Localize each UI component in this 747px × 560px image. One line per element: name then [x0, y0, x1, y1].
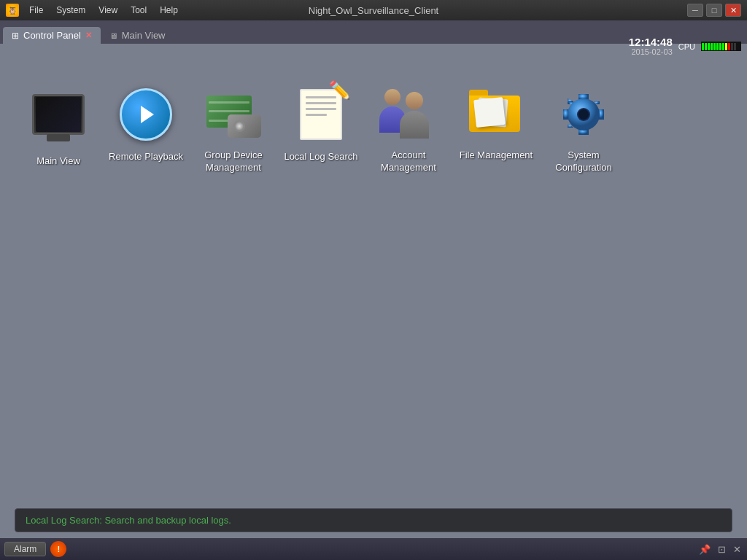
- account-management-icon-img: [379, 85, 438, 144]
- cpu-meter: [701, 42, 741, 51]
- tab-main-view[interactable]: 🖥 Main View: [101, 27, 174, 44]
- minimize-button[interactable]: ─: [687, 4, 703, 17]
- taskbar-controls: 📌 ⊡ ✕: [699, 544, 741, 555]
- clock-time: 12:14:48: [629, 36, 673, 47]
- title-bar: 🦉 File System View Tool Help Night_Owl_S…: [0, 0, 747, 20]
- file-management-label: File Management: [460, 149, 533, 162]
- taskbar: Alarm ! 📌 ⊡ ✕: [0, 538, 747, 560]
- cpu-seg-2: [705, 43, 707, 50]
- gear-svg: [558, 89, 609, 140]
- alarm-icon: !: [50, 541, 66, 557]
- remote-playback-label: Remote Playback: [109, 151, 183, 163]
- cpu-seg-9: [725, 43, 727, 50]
- file-management-icon[interactable]: File Management: [456, 78, 536, 174]
- main-view-icon[interactable]: Main View: [18, 78, 98, 174]
- taskbar-close-icon[interactable]: ✕: [733, 544, 741, 555]
- main-view-label: Main View: [36, 155, 80, 168]
- header-info: 12:14:48 2015-02-03 CPU: [629, 36, 741, 59]
- main-view-tab-icon: 🖥: [109, 31, 117, 40]
- cpu-seg-11: [731, 43, 733, 50]
- cpu-seg-12: [734, 43, 736, 50]
- account-management-icon[interactable]: Account Management: [368, 78, 449, 174]
- cpu-seg-8: [722, 43, 724, 50]
- menu-view[interactable]: View: [93, 4, 123, 17]
- cpu-seg-1: [702, 43, 704, 50]
- remote-playback-icon-img: [117, 85, 175, 144]
- pin-icon[interactable]: 📌: [699, 544, 711, 555]
- menu-tool[interactable]: Tool: [125, 4, 152, 17]
- cpu-seg-6: [716, 43, 719, 50]
- svg-point-2: [578, 109, 589, 120]
- tab-control-panel[interactable]: ⊞ Control Panel ✕: [3, 27, 101, 44]
- local-log-search-icon-img: ✏️: [292, 85, 350, 144]
- control-panel-icon: ⊞: [12, 31, 19, 41]
- system-configuration-label: System Configuration: [543, 149, 624, 174]
- close-button[interactable]: ✕: [725, 4, 741, 17]
- menu-bar: File System View Tool Help: [23, 4, 184, 17]
- cpu-seg-7: [719, 43, 721, 50]
- account-management-label: Account Management: [368, 149, 449, 174]
- system-configuration-icon-img: [554, 85, 613, 144]
- main-view-tab-label: Main View: [122, 30, 166, 41]
- file-management-icon-img: [467, 85, 525, 144]
- system-configuration-icon[interactable]: System Configuration: [543, 78, 624, 174]
- clock: 12:14:48 2015-02-03: [629, 36, 673, 56]
- tab-bar: ⊞ Control Panel ✕ 🖥 Main View 12:14:48 2…: [0, 20, 747, 44]
- cpu-label: CPU: [678, 42, 695, 51]
- local-log-search-label: Local Log Search: [284, 151, 357, 163]
- group-device-icon[interactable]: Group Device Management: [193, 78, 274, 174]
- control-panel-close[interactable]: ✕: [85, 31, 92, 40]
- status-bar: Local Log Search: Search and backup loca…: [15, 508, 732, 532]
- menu-system[interactable]: System: [50, 4, 91, 17]
- cpu-seg-5: [713, 43, 716, 50]
- cpu-seg-10: [728, 43, 730, 50]
- alarm-button[interactable]: Alarm: [4, 542, 46, 556]
- menu-help[interactable]: Help: [154, 4, 184, 17]
- group-device-icon-img: [204, 85, 263, 144]
- window-controls: ─ □ ✕: [687, 4, 741, 17]
- menu-file[interactable]: File: [23, 4, 49, 17]
- group-device-label: Group Device Management: [193, 149, 274, 174]
- app-title: Night_Owl_Surveillance_Client: [309, 5, 438, 16]
- control-panel-label: Control Panel: [23, 30, 81, 41]
- main-view-icon-img: [29, 85, 88, 144]
- main-content: Main View Remote Playback: [0, 60, 747, 538]
- app-icon: 🦉: [6, 4, 19, 17]
- clock-date: 2015-02-03: [629, 47, 673, 56]
- local-log-search-icon[interactable]: ✏️ Local Log Search: [281, 78, 361, 174]
- remote-playback-icon[interactable]: Remote Playback: [106, 78, 186, 174]
- icon-grid: Main View Remote Playback: [11, 71, 736, 182]
- cpu-seg-3: [708, 43, 710, 50]
- maximize-button[interactable]: □: [706, 4, 722, 17]
- cpu-seg-4: [711, 43, 713, 50]
- titlebar-left: 🦉 File System View Tool Help: [6, 4, 184, 17]
- restore-icon[interactable]: ⊡: [718, 544, 726, 555]
